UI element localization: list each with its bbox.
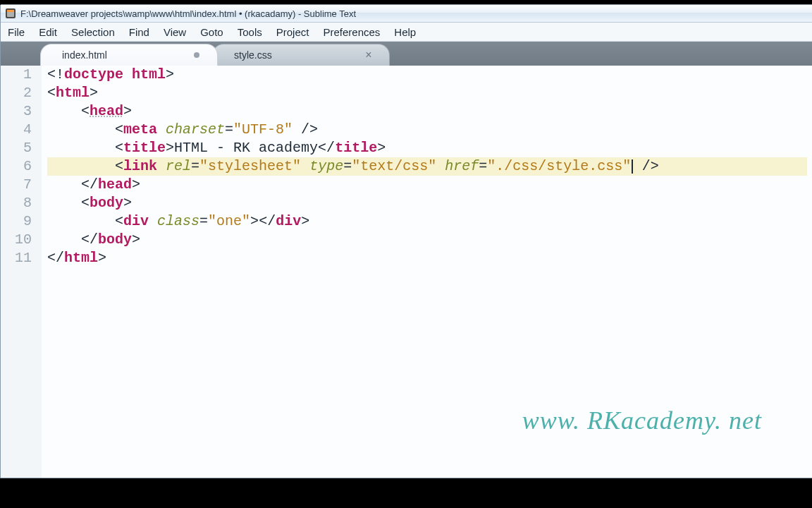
tab-style[interactable]: style.css × (212, 44, 390, 66)
title-bar: F:\Dreamweaver projects\wamp\www\html\in… (1, 5, 812, 23)
code-line: </html> (47, 249, 807, 267)
line-number: 7 (1, 176, 42, 194)
text-cursor (632, 159, 633, 174)
code-line: <div class="one"></div> (47, 212, 807, 231)
dirty-indicator-icon (190, 52, 203, 58)
menu-file[interactable]: File (1, 23, 32, 41)
line-number: 3 (1, 102, 42, 121)
code-line: <head> (47, 102, 807, 121)
code-line: </head> (47, 176, 807, 194)
tab-bar: index.html style.css × (1, 42, 812, 66)
line-number: 4 (1, 121, 42, 139)
close-icon[interactable]: × (362, 49, 375, 61)
window-title: F:\Dreamweaver projects\wamp\www\html\in… (20, 8, 356, 19)
code-line: <body> (47, 194, 807, 212)
code-line-active: <link rel="stylesheet" type="text/css" h… (47, 157, 807, 176)
code-line: <!doctype html> (47, 66, 807, 84)
app-window: F:\Dreamweaver projects\wamp\www\html\in… (0, 4, 812, 478)
line-number: 8 (1, 194, 42, 212)
menu-edit[interactable]: Edit (32, 23, 64, 41)
code-area[interactable]: <!doctype html> <html> <head> <meta char… (42, 66, 812, 478)
line-number: 2 (1, 84, 42, 102)
code-line: <title>HTML - RK academy</title> (47, 139, 807, 157)
line-number: 5 (1, 139, 42, 157)
editor[interactable]: 1 2 3 4 5 6 7 8 9 10 11 <!doctype html> … (1, 66, 812, 478)
code-line: <meta charset="UTF-8" /> (47, 121, 807, 139)
tab-index[interactable]: index.html (40, 44, 218, 66)
menu-goto[interactable]: Goto (193, 23, 230, 41)
menu-help[interactable]: Help (387, 23, 423, 41)
svg-rect-2 (7, 10, 14, 12)
menu-view[interactable]: View (156, 23, 193, 41)
menu-preferences[interactable]: Preferences (316, 23, 387, 41)
watermark-text: www. RKacademy. net (522, 406, 762, 435)
menu-project[interactable]: Project (269, 23, 316, 41)
line-number: 11 (1, 249, 42, 267)
code-line: <html> (47, 84, 807, 102)
tab-label: index.html (62, 49, 107, 61)
menu-bar: File Edit Selection Find View Goto Tools… (1, 23, 812, 42)
line-number: 1 (1, 66, 42, 84)
tab-label: style.css (234, 49, 272, 61)
line-number: 6 (1, 157, 42, 176)
line-number: 10 (1, 231, 42, 249)
line-number: 9 (1, 212, 42, 231)
menu-find[interactable]: Find (122, 23, 156, 41)
menu-tools[interactable]: Tools (230, 23, 269, 41)
menu-selection[interactable]: Selection (64, 23, 122, 41)
gutter: 1 2 3 4 5 6 7 8 9 10 11 (1, 66, 42, 478)
app-icon (5, 8, 16, 19)
code-line: </body> (47, 231, 807, 249)
